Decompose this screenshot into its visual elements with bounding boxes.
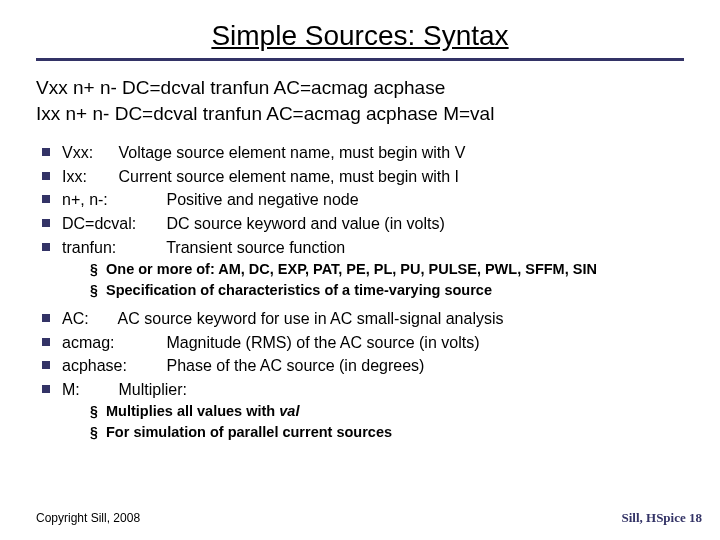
bullet-list-bottom: AC: AC source keyword for use in AC smal…: [36, 308, 684, 400]
list-item: DC=dcval: DC source keyword and value (i…: [40, 213, 684, 235]
syntax-line-vxx: Vxx n+ n- DC=dcval tranfun AC=acmag acph…: [36, 75, 684, 101]
sub-item-pre: Multiplies all values with: [106, 403, 279, 419]
term: DC=dcval:: [62, 213, 162, 235]
list-item: Ixx: Current source element name, must b…: [40, 166, 684, 188]
sub-item: For simulation of parallel current sourc…: [90, 423, 684, 442]
footer-label: Sill, HSpice: [621, 510, 685, 525]
syntax-line-ixx: Ixx n+ n- DC=dcval tranfun AC=acmag acph…: [36, 101, 684, 127]
desc: DC source keyword and value (in volts): [166, 215, 444, 232]
list-item: M: Multiplier:: [40, 379, 684, 401]
term: acmag:: [62, 332, 162, 354]
term: acphase:: [62, 355, 162, 377]
bullet-list-top: Vxx: Voltage source element name, must b…: [36, 142, 684, 258]
term: n+, n-:: [62, 189, 162, 211]
list-item: tranfun: Transient source function: [40, 237, 684, 259]
sub-item: Specification of characteristics of a ti…: [90, 281, 684, 300]
desc: Phase of the AC source (in degrees): [166, 357, 424, 374]
slide-title: Simple Sources: Syntax: [36, 20, 684, 61]
list-item: acphase: Phase of the AC source (in degr…: [40, 355, 684, 377]
list-item: AC: AC source keyword for use in AC smal…: [40, 308, 684, 330]
term: Vxx:: [62, 142, 114, 164]
sub-list-tranfun: One or more of: AM, DC, EXP, PAT, PE, PL…: [36, 260, 684, 300]
list-item: acmag: Magnitude (RMS) of the AC source …: [40, 332, 684, 354]
desc: AC source keyword for use in AC small-si…: [118, 310, 504, 327]
term: M:: [62, 379, 114, 401]
page-number: 18: [689, 510, 702, 525]
desc: Multiplier:: [118, 381, 186, 398]
desc: Positive and negative node: [166, 191, 358, 208]
desc: Voltage source element name, must begin …: [118, 144, 465, 161]
list-item: Vxx: Voltage source element name, must b…: [40, 142, 684, 164]
slide: Simple Sources: Syntax Vxx n+ n- DC=dcva…: [0, 0, 720, 540]
list-item: n+, n-: Positive and negative node: [40, 189, 684, 211]
desc: Magnitude (RMS) of the AC source (in vol…: [166, 334, 479, 351]
term: Ixx:: [62, 166, 114, 188]
desc: Current source element name, must begin …: [118, 168, 459, 185]
desc: Transient source function: [166, 239, 345, 256]
sub-list-multiplier: Multiplies all values with val For simul…: [36, 402, 684, 442]
term: tranfun:: [62, 237, 162, 259]
sub-item-em: val: [279, 403, 299, 419]
footer-right: Sill, HSpice 18: [621, 510, 702, 526]
copyright: Copyright Sill, 2008: [36, 511, 140, 525]
sub-item: Multiplies all values with val: [90, 402, 684, 421]
term: AC:: [62, 308, 114, 330]
footer: Copyright Sill, 2008 Sill, HSpice 18: [36, 510, 702, 526]
sub-item: One or more of: AM, DC, EXP, PAT, PE, PL…: [90, 260, 684, 279]
syntax-block: Vxx n+ n- DC=dcval tranfun AC=acmag acph…: [36, 75, 684, 126]
